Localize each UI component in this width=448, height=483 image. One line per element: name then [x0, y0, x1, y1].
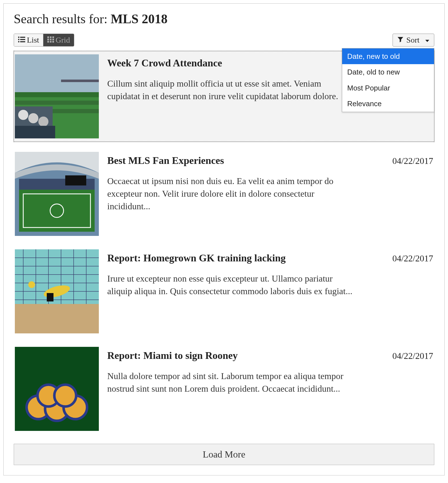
svg-rect-27	[19, 190, 95, 232]
svg-rect-11	[52, 39, 54, 40]
result-body: Report: Homegrown GK training lacking04/…	[107, 249, 433, 333]
result-item[interactable]: Best MLS Fan Experiences04/22/2017Occaec…	[14, 148, 434, 239]
svg-rect-33	[15, 304, 99, 333]
result-item[interactable]: Report: Homegrown GK training lacking04/…	[14, 246, 434, 337]
result-thumbnail[interactable]	[15, 152, 99, 236]
svg-point-46	[28, 281, 35, 288]
result-body: Report: Miami to sign Rooney04/22/2017Nu…	[107, 347, 433, 431]
svg-rect-8	[52, 36, 54, 38]
result-thumbnail[interactable]	[15, 249, 99, 333]
result-title[interactable]: Best MLS Fan Experiences	[107, 155, 224, 166]
result-title[interactable]: Week 7 Crowd Attendance	[107, 57, 222, 69]
sort-control: Sort Date, new to oldDate, old to newMos…	[393, 34, 434, 47]
grid-view-button[interactable]: Grid	[43, 34, 74, 46]
sort-button-label: Sort	[406, 36, 419, 45]
sort-option[interactable]: Most Popular	[342, 80, 434, 96]
result-title[interactable]: Report: Miami to sign Rooney	[107, 350, 238, 361]
result-date: 04/22/2017	[392, 253, 433, 264]
result-title[interactable]: Report: Homegrown GK training lacking	[107, 252, 286, 264]
list-view-button[interactable]: List	[14, 34, 43, 46]
result-date: 04/22/2017	[392, 351, 433, 361]
result-thumbnail[interactable]	[15, 54, 99, 138]
svg-rect-18	[15, 101, 99, 105]
svg-rect-15	[15, 54, 99, 92]
svg-point-23	[38, 117, 48, 127]
sort-menu: Date, new to oldDate, old to newMost Pop…	[342, 48, 434, 112]
svg-rect-48	[47, 293, 53, 301]
result-thumbnail[interactable]	[15, 347, 99, 431]
svg-rect-14	[52, 41, 54, 43]
svg-rect-7	[50, 36, 52, 38]
sort-option[interactable]: Date, old to new	[342, 64, 434, 80]
sort-option[interactable]: Relevance	[342, 96, 434, 112]
grid-icon	[47, 36, 54, 45]
svg-rect-5	[20, 41, 25, 42]
svg-rect-12	[47, 41, 49, 43]
search-query: MLS 2018	[111, 12, 167, 26]
sort-option[interactable]: Date, new to old	[342, 48, 434, 64]
search-results-panel: Search results for: MLS 2018 List Grid	[3, 3, 445, 475]
svg-rect-9	[47, 39, 49, 40]
svg-rect-3	[20, 39, 25, 40]
result-header: Report: Homegrown GK training lacking04/…	[107, 252, 433, 264]
filter-icon	[397, 36, 403, 45]
page-heading: Search results for: MLS 2018	[14, 11, 434, 26]
result-excerpt: Cillum sint aliquip mollit officia ut ut…	[107, 77, 354, 103]
svg-point-0	[18, 37, 20, 38]
result-excerpt: Occaecat ut ipsum nisi non duis eu. Ea v…	[107, 175, 354, 212]
load-more-button[interactable]: Load More	[14, 444, 434, 465]
svg-rect-25	[61, 80, 99, 82]
list-view-label: List	[27, 36, 39, 45]
caret-down-icon	[425, 36, 430, 45]
svg-rect-24	[15, 126, 55, 138]
grid-view-label: Grid	[56, 36, 70, 45]
svg-rect-13	[50, 41, 52, 43]
heading-prefix: Search results for:	[14, 12, 111, 26]
svg-point-22	[28, 113, 38, 123]
result-excerpt: Nulla dolore tempor ad sint sit. Laborum…	[107, 370, 354, 395]
svg-rect-10	[50, 39, 52, 40]
svg-point-21	[18, 110, 28, 120]
svg-rect-31	[65, 175, 86, 185]
result-excerpt: Irure ut excepteur non esse quis excepte…	[107, 272, 354, 298]
results-toolbar: List Grid Sort Date, new to oldDate, o	[14, 34, 434, 47]
svg-rect-1	[20, 37, 25, 38]
result-header: Best MLS Fan Experiences04/22/2017	[107, 155, 433, 166]
svg-point-4	[18, 41, 20, 43]
view-toggle: List Grid	[14, 34, 74, 47]
svg-point-2	[18, 39, 20, 40]
result-item[interactable]: Report: Miami to sign Rooney04/22/2017Nu…	[14, 343, 434, 434]
sort-button[interactable]: Sort	[393, 34, 434, 47]
svg-rect-17	[15, 92, 99, 97]
svg-rect-6	[47, 36, 49, 38]
result-date: 04/22/2017	[392, 156, 433, 166]
result-header: Report: Miami to sign Rooney04/22/2017	[107, 350, 433, 361]
result-body: Best MLS Fan Experiences04/22/2017Occaec…	[107, 152, 433, 236]
list-icon	[18, 36, 25, 45]
